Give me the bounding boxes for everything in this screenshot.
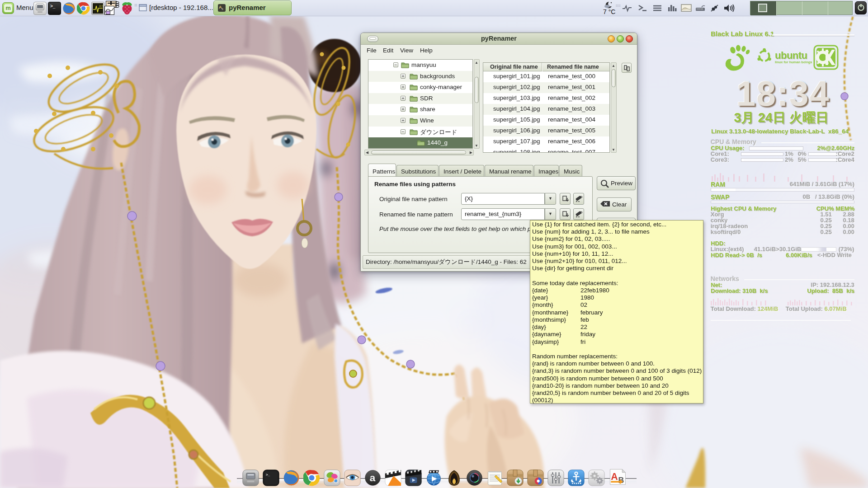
svg-text:>_: >_ [266, 473, 270, 477]
svg-text:B: B [618, 476, 624, 485]
svg-text:A: A [611, 471, 618, 482]
svg-text:10.5: 10.5 [99, 5, 103, 7]
svg-text:a: a [369, 472, 375, 483]
